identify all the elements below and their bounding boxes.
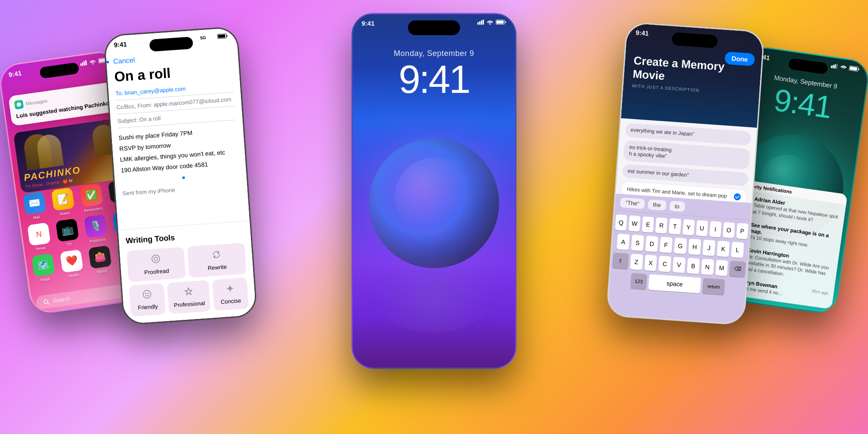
news-label: News xyxy=(36,246,46,251)
rewrite-btn[interactable]: Rewrite xyxy=(187,243,247,278)
app-maps[interactable]: 🗺️ Maps xyxy=(30,253,58,283)
lockscreen-3-date: Monday, September 9 xyxy=(353,49,515,58)
app-health[interactable]: ❤️ Health xyxy=(58,249,86,279)
svg-rect-20 xyxy=(481,20,482,25)
key-e[interactable]: E xyxy=(642,216,654,233)
proofread-svg xyxy=(151,254,161,264)
key-f[interactable]: F xyxy=(660,237,673,253)
key-j[interactable]: J xyxy=(702,240,715,256)
key-i[interactable]: I xyxy=(709,221,722,237)
key-shift[interactable]: ⇧ xyxy=(612,253,629,269)
key-g[interactable]: G xyxy=(674,238,687,254)
key-d[interactable]: D xyxy=(645,236,658,252)
messages-app-icon xyxy=(14,100,24,110)
key-c[interactable]: C xyxy=(658,256,671,272)
wifi-icon-3 xyxy=(487,20,493,25)
key-return[interactable]: return xyxy=(702,278,725,295)
maps-label: Maps xyxy=(40,276,50,282)
key-h[interactable]: H xyxy=(688,239,701,255)
professional-icon xyxy=(184,286,194,299)
messages-card[interactable]: Messages Luis suggested watching Pachink… xyxy=(8,82,120,126)
search-label: Search xyxy=(52,295,71,304)
key-a[interactable]: A xyxy=(617,233,630,250)
key-w[interactable]: W xyxy=(628,215,641,232)
professional-btn[interactable]: Professional xyxy=(167,280,210,314)
done-button[interactable]: Done xyxy=(724,52,755,66)
key-n[interactable]: N xyxy=(701,259,714,275)
tv-icon: 📺 xyxy=(56,218,79,242)
key-o[interactable]: O xyxy=(723,222,735,238)
mute-button-3 xyxy=(352,66,352,79)
key-b[interactable]: B xyxy=(687,258,700,274)
key-m[interactable]: M xyxy=(715,260,728,276)
email-title: On a roll xyxy=(114,61,233,85)
key-z[interactable]: Z xyxy=(630,254,643,270)
proofread-btn[interactable]: Proofread xyxy=(126,247,186,282)
svg-rect-9 xyxy=(218,34,225,38)
chat-bubble-2: eo trick-or-treatingh a spooky vibe" xyxy=(623,140,750,169)
app-news[interactable]: N News xyxy=(26,222,53,252)
svg-point-13 xyxy=(145,293,146,294)
svg-rect-27 xyxy=(834,64,836,69)
reminders-label: Reminders xyxy=(84,206,103,213)
health-label: Health xyxy=(68,273,79,279)
key-p[interactable]: P xyxy=(736,223,749,240)
phone-3-content: 9:41 Monday, September 9 9:41 xyxy=(353,14,515,368)
dynamic-island-3 xyxy=(408,20,460,35)
concise-btn[interactable]: Concise xyxy=(212,277,249,311)
email-body[interactable]: Sushi my place Friday 7PM RSVP by tomorr… xyxy=(118,125,240,186)
key-numbers[interactable]: 123 xyxy=(631,273,647,289)
app-reminders[interactable]: ✅ Reminders xyxy=(78,183,105,213)
suggestion-the-quote[interactable]: "The" xyxy=(620,197,645,209)
wifi-icon-2 xyxy=(208,34,215,40)
app-tv[interactable]: 📺 TV xyxy=(54,218,82,248)
key-q[interactable]: Q xyxy=(615,214,628,231)
svg-point-10 xyxy=(151,255,160,263)
svg-rect-1 xyxy=(82,62,84,66)
key-x[interactable]: X xyxy=(644,255,657,271)
key-t[interactable]: T xyxy=(669,218,681,235)
concise-label: Concise xyxy=(220,297,241,305)
news-icon: N xyxy=(27,222,51,246)
suggestion-to[interactable]: to xyxy=(669,201,685,212)
svg-rect-26 xyxy=(832,65,834,68)
mail-icon: ✉️ xyxy=(23,191,46,215)
key-space[interactable]: space xyxy=(648,274,701,293)
signal-icon-3 xyxy=(477,20,484,25)
suggestion-the[interactable]: the xyxy=(648,199,667,210)
writing-tools-row2: Friendly Professional Concise xyxy=(129,277,249,317)
key-k[interactable]: K xyxy=(717,241,730,257)
key-s[interactable]: S xyxy=(631,235,644,251)
key-v[interactable]: V xyxy=(672,257,685,273)
svg-rect-28 xyxy=(836,64,838,69)
maps-icon: 🗺️ xyxy=(32,253,55,277)
mail-label: Mail xyxy=(33,215,40,220)
app-wallet[interactable]: 👛 Wallet xyxy=(86,245,114,275)
wallet-label: Wallet xyxy=(96,268,108,274)
key-delete[interactable]: ⌫ xyxy=(729,261,746,277)
svg-point-12 xyxy=(143,290,151,298)
messages-app-label: Messages xyxy=(26,98,48,106)
status-time-1: 9:41 xyxy=(8,69,22,79)
phone-4-content: Done 9:41 Create a Memory Movie WITH JUS… xyxy=(607,23,763,324)
key-r[interactable]: R xyxy=(655,217,668,234)
rewrite-icon xyxy=(211,250,222,262)
key-u[interactable]: U xyxy=(696,220,708,237)
svg-point-24 xyxy=(733,193,741,201)
key-l[interactable]: L xyxy=(731,242,744,258)
lockscreen-3-orb xyxy=(369,138,499,268)
keyboard-rows: Q W E R T Y U I O P A S D xyxy=(609,211,751,296)
app-notes[interactable]: 📝 Notes xyxy=(49,187,77,217)
svg-point-11 xyxy=(154,257,158,261)
svg-line-7 xyxy=(48,302,49,304)
proofread-label: Proofread xyxy=(144,267,169,276)
status-time-4: 9:41 xyxy=(635,29,649,37)
app-podcasts[interactable]: 🎙️ Podcasts xyxy=(82,214,110,244)
key-y[interactable]: Y xyxy=(682,219,695,236)
svg-point-14 xyxy=(148,293,149,294)
signal-icon-5 xyxy=(831,63,838,69)
app-mail[interactable]: ✉️ Mail xyxy=(21,191,49,221)
concise-icon xyxy=(225,283,235,296)
friendly-btn[interactable]: Friendly xyxy=(129,283,166,316)
proofread-icon xyxy=(151,254,161,266)
